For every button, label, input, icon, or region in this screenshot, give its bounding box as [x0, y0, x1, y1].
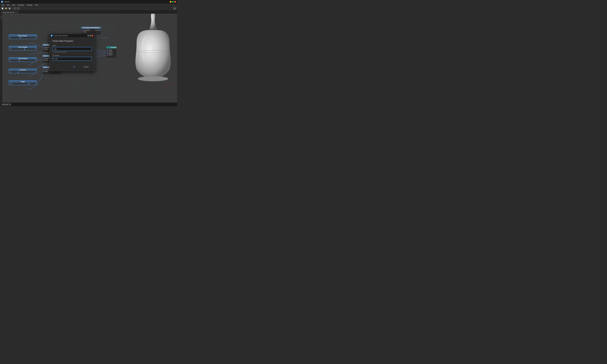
- port-index2-in: [107, 53, 108, 54]
- minimize-button[interactable]: −: [170, 1, 172, 3]
- menu-file[interactable]: File: [0, 4, 5, 6]
- tab-label: Vessel-presets.dyn*: [2, 12, 15, 13]
- menu-packages[interactable]: Packages: [16, 4, 26, 6]
- dialog-close-button[interactable]: ×: [92, 35, 93, 37]
- port-in-radius: [82, 31, 83, 32]
- description-label: Description: [53, 55, 92, 56]
- svg-line-6: [118, 88, 177, 92]
- 3d-viewport: [116, 14, 177, 102]
- slider-left-arrow[interactable]: ◀: [10, 49, 11, 50]
- slider-thumb[interactable]: [24, 49, 25, 50]
- slider-right-arrow[interactable]: ▶: [35, 71, 36, 73]
- slider-thumb[interactable]: [28, 83, 29, 84]
- name-label: Name: [53, 45, 92, 46]
- jug-shape: [135, 14, 171, 81]
- height-slider[interactable]: ◀ 20 ▶: [9, 83, 36, 85]
- top-radius-slider[interactable]: ◀ 2 ▶: [9, 71, 36, 73]
- slider-track[interactable]: [13, 61, 35, 61]
- app-icon-letter: D: [1, 1, 2, 2]
- slider-right-arrow[interactable]: ▶: [35, 49, 36, 50]
- maximize-button[interactable]: □: [172, 1, 174, 3]
- menu-help[interactable]: Help: [34, 4, 39, 6]
- label-index3: index3: [109, 54, 112, 56]
- circle3-radius-slider[interactable]: ◀ 3 ▶: [9, 60, 36, 62]
- window-controls: − □ ×: [170, 1, 176, 3]
- toolbar: 📄 📁 💾 ↩ ↪ 📷: [0, 7, 177, 10]
- menu-view[interactable]: View: [11, 4, 16, 6]
- tabbar: Vessel-presets.dyn* ×: [0, 10, 177, 14]
- redo-button[interactable]: ↪: [17, 7, 20, 10]
- circle-node-top: Circle.ByCenterPointRadius centerPoint C…: [81, 26, 101, 35]
- label-centerpoint: centerPoint: [83, 30, 90, 31]
- slider-thumb[interactable]: [20, 38, 21, 39]
- port-in-centerpoint: [82, 30, 83, 31]
- undo-button[interactable]: ↩: [13, 7, 16, 10]
- circle-node-top-body: centerPoint Circle radius: [81, 29, 101, 33]
- slider-right-arrow[interactable]: ▶: [35, 83, 36, 84]
- slider-track[interactable]: [13, 49, 35, 49]
- slider-left-arrow[interactable]: ◀: [10, 83, 11, 84]
- circle2-radius-node: Circle 2 Radius ◀ 8 ▶: [9, 46, 37, 51]
- node-foot-indicator: □: [100, 34, 101, 35]
- foot: □ 1: [59, 73, 61, 74]
- ok-button[interactable]: OK: [70, 65, 79, 68]
- slider-track[interactable]: [13, 38, 35, 38]
- cancel-button[interactable]: Cancel: [80, 65, 92, 68]
- description-input[interactable]: [53, 57, 92, 61]
- port-index1-in: [107, 51, 108, 52]
- circle3-radius-node: Circle 3 Radius ◀ 3 ▶: [9, 57, 37, 62]
- slider-track[interactable]: [13, 72, 35, 72]
- open-button[interactable]: 📁: [5, 7, 8, 10]
- file-tab[interactable]: Vessel-presets.dyn* ×: [1, 11, 18, 14]
- library-tab[interactable]: Library: [0, 15, 2, 20]
- preset-dialog: P Preset State Properties − □ × Preset S…: [49, 34, 95, 71]
- svg-line-16: [163, 81, 177, 87]
- slider-right-arrow[interactable]: ▶: [35, 60, 36, 61]
- toolbar-separator: [12, 7, 12, 10]
- screenshot-button[interactable]: 📷: [173, 7, 176, 10]
- library-sidebar: Library: [0, 14, 2, 102]
- label-radius: radius: [83, 31, 87, 33]
- new-button[interactable]: 📄: [1, 7, 4, 10]
- dialog-maximize-button[interactable]: □: [90, 35, 91, 37]
- slider-value: 20: [11, 83, 13, 84]
- canvas[interactable]: Library ⊡ ⊟ ⊞ ⊡ + − ⊕ Circle.B: [0, 14, 177, 102]
- close-button[interactable]: ×: [174, 1, 176, 3]
- name-input[interactable]: [53, 47, 92, 51]
- circle2-radius-header: Circle 2 Radius: [9, 46, 36, 48]
- viewport-grid-svg: [116, 14, 177, 102]
- slider-track[interactable]: [13, 84, 35, 84]
- menubar: File Edit View Packages Settings Help: [0, 3, 177, 7]
- save-button[interactable]: 💾: [8, 7, 11, 10]
- circle2-radius-slider[interactable]: ◀ 8 ▶: [9, 48, 36, 50]
- dialog-window-controls: − □ ×: [87, 35, 93, 37]
- dialog-minimize-button[interactable]: −: [87, 35, 89, 37]
- label-r: radius: [45, 71, 48, 72]
- slider-left-arrow[interactable]: ◀: [10, 37, 11, 39]
- slider-left-arrow[interactable]: ◀: [10, 60, 11, 61]
- menu-edit[interactable]: Edit: [5, 4, 11, 6]
- circle-node-top-header: Circle.ByCenterPointRadius: [81, 27, 101, 29]
- label-r: radius: [45, 48, 48, 50]
- svg-line-7: [118, 93, 177, 97]
- port-in: [43, 47, 44, 48]
- label-index0: index0: [109, 49, 112, 51]
- slider-left-arrow[interactable]: ◀: [10, 71, 11, 73]
- slider-value: 2: [11, 71, 13, 73]
- slider-thumb[interactable]: [19, 60, 20, 61]
- slider-thumb[interactable]: [18, 72, 18, 73]
- app-title: Dynamo: [4, 1, 10, 3]
- chars-remaining: 47 Characters Remaining: [53, 52, 92, 53]
- tab-close-button[interactable]: ×: [15, 12, 16, 13]
- bottom-radius-slider[interactable]: ◀ 4 ▶: [9, 37, 36, 39]
- port-index3-in: [107, 54, 108, 55]
- app-icon: D: [1, 1, 3, 3]
- menu-settings[interactable]: Settings: [26, 4, 34, 6]
- execution-mode-select[interactable]: Automatic Manual: [1, 103, 11, 106]
- port-in: [43, 69, 44, 70]
- port-in-r: [43, 71, 44, 72]
- slider-right-arrow[interactable]: ▶: [35, 37, 36, 39]
- dialog-titlebar: P Preset State Properties − □ ×: [50, 34, 95, 38]
- slider-value: 8: [11, 49, 13, 50]
- port-in: [43, 58, 44, 59]
